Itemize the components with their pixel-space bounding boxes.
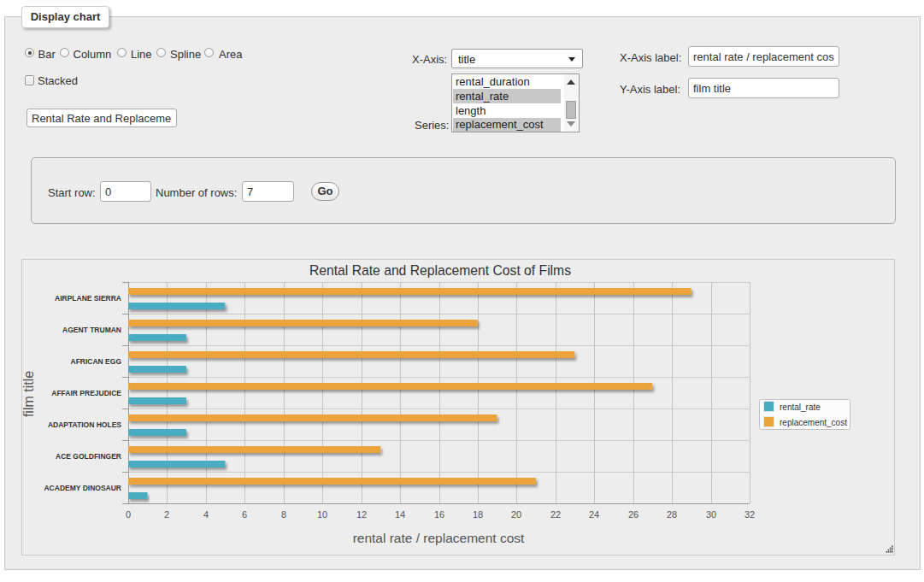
svg-text:ADAPTATION HOLES: ADAPTATION HOLES — [48, 420, 121, 429]
svg-text:ACE GOLDFINGER: ACE GOLDFINGER — [56, 452, 121, 461]
svg-text:replacement_cost: replacement_cost — [780, 418, 847, 427]
svg-text:AFFAIR PREJUDICE: AFFAIR PREJUDICE — [51, 389, 121, 397]
svg-text:22: 22 — [550, 509, 561, 520]
svg-text:0: 0 — [126, 509, 131, 520]
svg-text:4: 4 — [203, 509, 209, 520]
svg-text:18: 18 — [473, 509, 483, 520]
svg-text:12: 12 — [356, 509, 367, 520]
svg-text:16: 16 — [434, 509, 444, 520]
svg-text:8: 8 — [281, 509, 286, 520]
svg-text:26: 26 — [628, 509, 639, 520]
svg-text:2: 2 — [164, 509, 169, 520]
svg-text:24: 24 — [589, 509, 599, 520]
svg-text:32: 32 — [744, 509, 755, 520]
svg-text:6: 6 — [242, 509, 247, 520]
svg-text:Rental Rate and Replacement Co: Rental Rate and Replacement Cost of Film… — [309, 263, 571, 278]
svg-text:30: 30 — [706, 509, 716, 520]
svg-text:20: 20 — [511, 509, 521, 520]
svg-text:rental_rate: rental_rate — [780, 403, 821, 412]
svg-text:10: 10 — [317, 509, 327, 520]
svg-text:AIRPLANE SIERRA: AIRPLANE SIERRA — [55, 294, 121, 303]
svg-text:28: 28 — [667, 509, 677, 520]
svg-text:AGENT TRUMAN: AGENT TRUMAN — [62, 326, 121, 334]
svg-text:AFRICAN EGG: AFRICAN EGG — [71, 357, 122, 366]
svg-text:ACADEMY DINOSAUR: ACADEMY DINOSAUR — [44, 484, 121, 492]
svg-text:14: 14 — [395, 509, 405, 520]
svg-text:film title: film title — [21, 371, 36, 417]
svg-text:rental rate / replacement cost: rental rate / replacement cost — [353, 531, 525, 545]
